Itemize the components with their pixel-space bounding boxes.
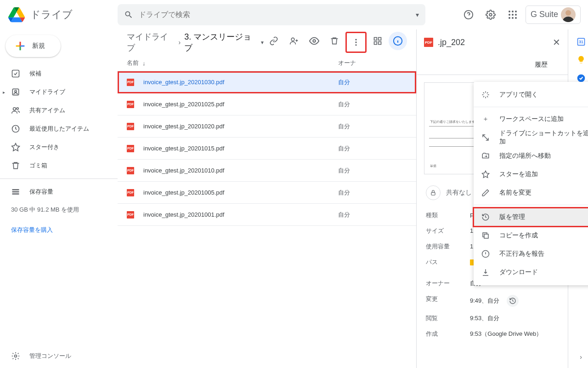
svg-point-10 — [515, 17, 517, 19]
info-icon[interactable] — [389, 32, 407, 50]
file-owner: 自分 — [338, 144, 350, 153]
menu-rename[interactable]: 名前を変更 — [474, 184, 588, 202]
collapse-rail-icon[interactable]: › — [580, 353, 582, 361]
svg-point-13 — [15, 90, 17, 92]
breadcrumb-bar: マイドライブ › 3. マンスリージョブ ▼ — [118, 29, 416, 55]
file-owner: 自分 — [338, 78, 350, 86]
column-headers: 名前 ↓ オーナ — [118, 55, 416, 71]
col-name-label[interactable]: 名前 — [127, 59, 139, 67]
sidebar-item-recent[interactable]: 最近使用したアイテム — [0, 120, 118, 138]
file-owner: 自分 — [338, 122, 350, 131]
sidebar-item-suggested[interactable]: 候補 — [0, 64, 118, 83]
svg-point-22 — [313, 40, 316, 42]
pdf-icon: PDF — [127, 211, 134, 218]
svg-point-5 — [509, 14, 510, 16]
sidebar-item-shared[interactable]: 共有アイテム — [0, 101, 118, 120]
search-icon — [124, 10, 133, 19]
menu-star[interactable]: スターを追加 — [474, 165, 588, 184]
sidebar-item-storage[interactable]: 保存容量 — [0, 183, 118, 201]
col-owner-label[interactable]: オーナ — [338, 59, 407, 67]
close-icon[interactable]: ✕ — [553, 37, 560, 48]
breadcrumb-root[interactable]: マイドライブ — [127, 31, 175, 53]
sidebar: 新規 候補 ▸ マイドライブ 共有アイテム 最近使用したアイテム ス — [0, 29, 118, 368]
svg-rect-31 — [431, 192, 435, 195]
pdf-icon: PDF — [424, 38, 433, 47]
file-owner: 自分 — [338, 100, 350, 109]
new-button[interactable]: 新規 — [6, 35, 61, 57]
svg-rect-27 — [379, 38, 381, 40]
menu-add-shortcut[interactable]: ドライブにショートカットを追加? — [474, 128, 588, 147]
plus-icon: ＋ — [481, 115, 490, 124]
logo-area: ドライブ — [7, 6, 118, 24]
grid-view-icon[interactable] — [368, 32, 387, 50]
apps-grid-icon[interactable] — [503, 6, 522, 24]
pdf-icon: PDF — [127, 167, 134, 174]
svg-point-4 — [515, 11, 517, 12]
chevron-right-icon: › — [179, 39, 181, 46]
copy-icon — [481, 231, 490, 240]
file-row[interactable]: PDFinvoice_gtest.jp_20201030.pdf自分 — [118, 71, 416, 93]
file-row[interactable]: PDFinvoice_gtest.jp_20201025.pdf自分 — [118, 93, 416, 115]
calendar-app-icon[interactable]: 31 — [577, 37, 586, 46]
file-name: invoice_gtest.jp_20201010.pdf — [143, 167, 338, 174]
svg-rect-28 — [374, 42, 377, 45]
gsuite-label: G Suite — [531, 10, 558, 19]
buy-storage-link[interactable]: 保存容量を購入 — [0, 218, 118, 242]
sidebar-item-trash[interactable]: ゴミ箱 — [0, 156, 118, 175]
pdf-icon: PDF — [127, 101, 134, 108]
search-dropdown-icon[interactable]: ▾ — [416, 11, 419, 18]
file-row[interactable]: PDFinvoice_gtest.jp_20201010.pdf自分 — [118, 160, 416, 182]
more-actions-button[interactable] — [345, 32, 367, 53]
file-name: invoice_gtest.jp_20201001.pdf — [143, 211, 338, 218]
search-input[interactable] — [139, 11, 416, 19]
tab-history[interactable]: 履歴 — [526, 55, 557, 75]
report-icon — [481, 249, 490, 259]
help-icon[interactable] — [459, 6, 478, 24]
star-icon — [481, 170, 490, 179]
svg-point-3 — [512, 11, 514, 12]
settings-icon[interactable] — [481, 6, 500, 24]
menu-report[interactable]: 不正行為を報告 — [474, 245, 588, 263]
keep-app-icon[interactable] — [577, 55, 586, 64]
user-avatar[interactable] — [561, 7, 576, 22]
menu-manage-versions[interactable]: 版を管理 — [474, 208, 588, 226]
tasks-app-icon[interactable] — [577, 74, 586, 83]
app-header: ドライブ ▾ G Suite — [0, 0, 588, 29]
breadcrumb-dropdown-icon[interactable]: ▼ — [260, 40, 265, 45]
file-name: invoice_gtest.jp_20201015.pdf — [143, 145, 338, 152]
svg-point-6 — [512, 14, 514, 16]
svg-rect-19 — [12, 193, 19, 195]
breadcrumb-current[interactable]: 3. マンスリージョブ — [184, 31, 257, 53]
menu-copy[interactable]: コピーを作成 — [474, 226, 588, 245]
storage-usage-text: 30 GB 中 91.2 MB を使用 — [0, 201, 118, 218]
file-row[interactable]: PDFinvoice_gtest.jp_20201005.pdf自分 — [118, 182, 416, 204]
menu-open-with[interactable]: アプリで開く› — [474, 86, 588, 104]
gsuite-button[interactable]: G Suite — [526, 6, 581, 24]
svg-point-7 — [515, 14, 517, 16]
menu-move[interactable]: 指定の場所へ移動 — [474, 147, 588, 165]
restore-icon[interactable] — [507, 295, 519, 307]
admin-console-link[interactable]: 管理コンソール — [0, 351, 71, 361]
preview-icon[interactable] — [305, 32, 323, 50]
rename-icon — [481, 188, 490, 197]
file-row[interactable]: PDFinvoice_gtest.jp_20201001.pdf自分 — [118, 204, 416, 226]
main-area: マイドライブ › 3. マンスリージョブ ▼ 名前 ↓ オーナ PDFinv — [118, 29, 588, 368]
expand-icon[interactable]: ▸ — [3, 90, 5, 95]
sidebar-item-mydrive[interactable]: ▸ マイドライブ — [0, 83, 118, 101]
trash-icon[interactable] — [325, 32, 344, 50]
file-owner: 自分 — [338, 211, 350, 219]
sidebar-item-starred[interactable]: スター付き — [0, 138, 118, 156]
get-link-icon[interactable] — [265, 32, 283, 50]
file-row[interactable]: PDFinvoice_gtest.jp_20201015.pdf自分 — [118, 138, 416, 160]
sort-arrow-icon[interactable]: ↓ — [142, 60, 146, 67]
menu-download[interactable]: ダウンロード — [474, 263, 588, 282]
search-bar[interactable]: ▾ — [118, 4, 425, 25]
menu-add-workspace[interactable]: ＋ワークスペースに追加› — [474, 110, 588, 128]
pdf-icon: PDF — [127, 145, 134, 152]
history-icon — [481, 213, 490, 222]
file-row[interactable]: PDFinvoice_gtest.jp_20201020.pdf自分 — [118, 115, 416, 138]
share-icon[interactable] — [285, 32, 303, 50]
file-list: PDFinvoice_gtest.jp_20201030.pdf自分PDFinv… — [118, 71, 416, 226]
file-name: invoice_gtest.jp_20201020.pdf — [143, 123, 338, 130]
svg-rect-35 — [484, 234, 488, 238]
